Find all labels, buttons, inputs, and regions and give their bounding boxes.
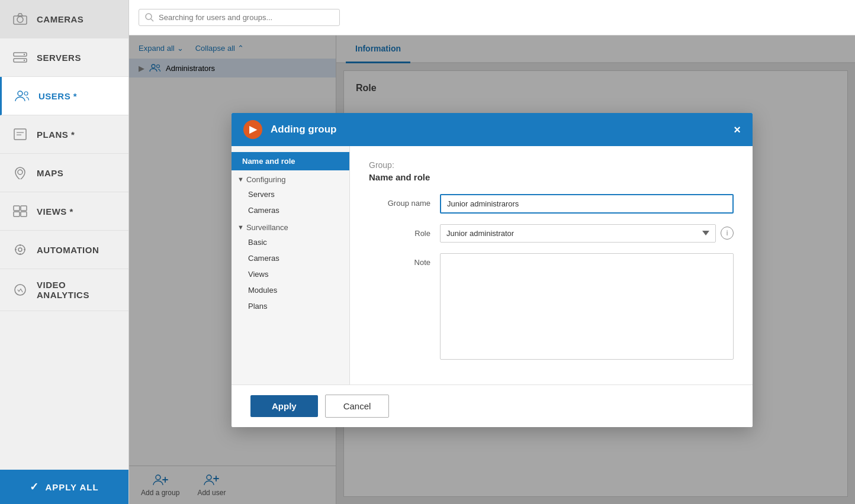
modal-nav-basic[interactable]: Basic — [232, 234, 349, 250]
modal-header: ▶ Adding group × — [232, 113, 753, 146]
svg-point-17 — [15, 245, 25, 254]
sidebar-item-plans[interactable]: PLANS * — [0, 115, 128, 154]
modal-overlay: ▶ Adding group × Name and role ▼ Configu… — [129, 35, 855, 504]
sidebar-item-plans-label: PLANS * — [37, 130, 75, 140]
modal-nav-basic-label: Basic — [248, 238, 267, 247]
svg-line-25 — [151, 19, 153, 21]
group-name-control-wrap — [440, 194, 734, 214]
sidebar-item-users[interactable]: USERS * — [0, 77, 128, 115]
modal-nav-plans-label: Plans — [248, 302, 268, 311]
sidebar: CAMERAS SERVERS USERS * — [0, 0, 129, 504]
note-row: Note — [369, 253, 734, 360]
svg-point-8 — [24, 92, 28, 95]
search-input[interactable] — [159, 13, 333, 22]
automation-icon — [12, 241, 28, 258]
chevron-down-configuring-icon: ▼ — [237, 176, 244, 183]
modal-body: Name and role ▼ Configuring Servers Came… — [232, 146, 753, 385]
cancel-button[interactable]: Cancel — [325, 395, 390, 418]
sidebar-item-video-analytics[interactable]: VIDEO ANALYTICS — [0, 269, 128, 311]
modal-nav-cameras-surv[interactable]: Cameras — [232, 250, 349, 266]
camera-icon — [12, 11, 28, 27]
svg-point-6 — [24, 60, 25, 61]
svg-marker-2 — [18, 14, 22, 16]
modal-nav-modules-label: Modules — [248, 286, 277, 295]
topbar — [129, 0, 855, 35]
modal-nav-surveillance-label: Surveillance — [246, 223, 288, 232]
svg-point-24 — [146, 14, 152, 20]
note-label: Note — [369, 253, 440, 267]
content-area: Expand all ⌄ Collapse all ⌃ ▶ — [129, 35, 855, 504]
modal-nav-name-and-role-label: Name and role — [242, 157, 295, 166]
apply-button[interactable]: Apply — [250, 395, 318, 417]
modal-subsection-title: Name and role — [369, 172, 734, 182]
note-control-wrap — [440, 253, 734, 360]
modal-nav-modules[interactable]: Modules — [232, 282, 349, 298]
chevron-down-surveillance-icon: ▼ — [237, 224, 244, 231]
search-box[interactable] — [139, 9, 340, 26]
sidebar-item-cameras-label: CAMERAS — [37, 14, 83, 24]
svg-point-7 — [18, 91, 22, 96]
group-name-label: Group name — [369, 194, 440, 208]
modal-nav: Name and role ▼ Configuring Servers Came… — [232, 146, 350, 385]
sidebar-item-servers-label: SERVERS — [37, 53, 81, 63]
sidebar-item-views-label: VIEWS * — [37, 206, 73, 217]
svg-point-12 — [18, 170, 22, 175]
svg-rect-13 — [14, 206, 20, 211]
modal-close-button[interactable]: × — [734, 124, 741, 135]
modal-nav-cameras-label: Cameras — [248, 206, 279, 215]
svg-rect-1 — [14, 16, 27, 24]
sidebar-item-views[interactable]: VIEWS * — [0, 192, 128, 231]
modal-nav-plans[interactable]: Plans — [232, 298, 349, 314]
modal-nav-views[interactable]: Views — [232, 266, 349, 282]
sidebar-item-users-label: USERS * — [38, 91, 77, 101]
sidebar-item-automation-label: AUTOMATION — [37, 245, 99, 255]
sidebar-item-automation[interactable]: AUTOMATION — [0, 231, 128, 269]
group-name-row: Group name — [369, 194, 734, 214]
role-info-icon[interactable]: i — [721, 227, 734, 240]
modal-logo-icon: ▶ — [243, 120, 262, 139]
svg-rect-16 — [21, 212, 27, 217]
sidebar-item-maps-label: MAPS — [37, 168, 63, 178]
role-select[interactable]: Junior administrator Administrator Opera… — [440, 224, 716, 243]
modal-title: Adding group — [271, 124, 336, 135]
svg-rect-9 — [14, 129, 26, 140]
modal-nav-cameras-surv-label: Cameras — [248, 254, 279, 263]
sidebar-item-video-analytics-label: VIDEO ANALYTICS — [37, 280, 117, 300]
modal-nav-configuring-label: Configuring — [246, 175, 286, 184]
svg-rect-14 — [21, 206, 27, 211]
svg-point-18 — [18, 248, 22, 251]
sidebar-item-maps[interactable]: MAPS — [0, 154, 128, 192]
adding-group-modal: ▶ Adding group × Name and role ▼ Configu… — [232, 113, 753, 427]
modal-nav-surveillance[interactable]: ▼ Surveillance — [232, 218, 349, 234]
modal-footer: Apply Cancel — [232, 385, 753, 427]
role-label: Role — [369, 224, 440, 238]
role-control-wrap: Junior administrator Administrator Opera… — [440, 224, 734, 243]
video-analytics-icon — [12, 282, 28, 298]
modal-nav-name-and-role[interactable]: Name and role — [232, 152, 349, 170]
modal-nav-configuring[interactable]: ▼ Configuring — [232, 170, 349, 186]
group-name-input[interactable] — [440, 194, 734, 214]
views-icon — [12, 203, 28, 219]
role-row: Role Junior administrator Administrator … — [369, 224, 734, 243]
maps-icon — [12, 164, 28, 181]
modal-nav-servers[interactable]: Servers — [232, 186, 349, 202]
modal-nav-cameras[interactable]: Cameras — [232, 202, 349, 218]
apply-all-label: APPLY ALL — [45, 482, 98, 492]
apply-all-button[interactable]: ✓ APPLY ALL — [0, 470, 128, 504]
check-icon: ✓ — [30, 480, 39, 493]
svg-point-0 — [17, 17, 23, 22]
search-icon — [145, 13, 154, 22]
server-icon — [12, 49, 28, 66]
modal-section-title: Group: — [369, 160, 734, 170]
sidebar-item-servers[interactable]: SERVERS — [0, 38, 128, 77]
plans-icon — [12, 126, 28, 143]
main-area: Expand all ⌄ Collapse all ⌃ ▶ — [129, 0, 855, 504]
note-textarea[interactable] — [440, 253, 734, 360]
svg-point-5 — [24, 54, 25, 55]
svg-rect-15 — [14, 212, 20, 217]
users-icon — [14, 88, 30, 104]
modal-content: Group: Name and role Group name Role — [350, 146, 753, 385]
modal-nav-views-label: Views — [248, 270, 268, 279]
modal-nav-servers-label: Servers — [248, 190, 275, 199]
sidebar-item-cameras[interactable]: CAMERAS — [0, 0, 128, 38]
